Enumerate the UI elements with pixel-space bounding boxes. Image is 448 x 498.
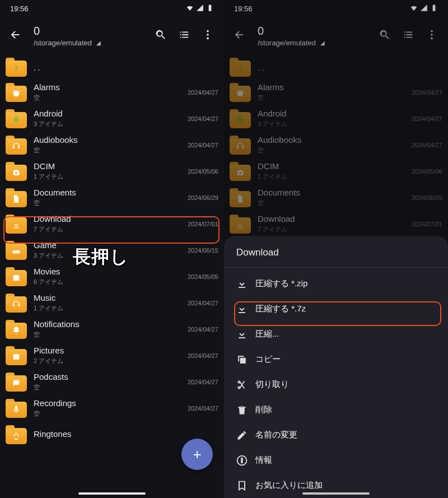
folder-date: 2024/04/27 [183, 142, 218, 148]
download-arrow-icon [236, 304, 255, 315]
menu-item[interactable]: 圧縮する *.7z [224, 296, 448, 322]
folder-name: Notifications [34, 319, 183, 329]
menu-item[interactable]: 情報 [224, 448, 448, 473]
folder-row[interactable]: Android 3 アイテム 2024/04/27 [224, 105, 448, 132]
folder-row[interactable]: Documents 空 2024/06/29 [0, 184, 224, 211]
folder-sub: 空 [34, 331, 183, 339]
search-button[interactable] [155, 29, 167, 43]
up-label: .. [34, 63, 218, 72]
folder-row[interactable]: Recordings 空 2024/04/27 [0, 395, 224, 421]
folder-icon [6, 83, 27, 102]
menu-item[interactable]: 圧縮する *.zip [224, 271, 448, 296]
folder-row[interactable]: Alarms 空 2024/04/27 [224, 79, 448, 105]
folder-row[interactable]: Podcasts 空 2024/04/27 [0, 369, 224, 395]
folder-name: Podcasts [34, 372, 183, 381]
page-path: /storage/emulated [258, 39, 316, 47]
folder-date: 2024/04/27 [407, 115, 442, 122]
page-title: 0 [258, 25, 379, 38]
menu-label: 削除 [255, 404, 272, 415]
folder-row[interactable]: DCIM 1 アイテム 2024/05/06 [0, 158, 224, 184]
menu-item[interactable]: 切り取り [224, 372, 448, 397]
folder-sub: 2 アイテム [34, 357, 183, 365]
folder-sub: 1 アイテム [34, 173, 183, 181]
title-block[interactable]: 0 /storage/emulated ◢ [26, 25, 155, 47]
svg-point-2 [207, 38, 209, 40]
android-icon [12, 115, 21, 124]
nav-pill[interactable] [302, 492, 370, 495]
folder-sub: 空 [258, 199, 407, 207]
up-row[interactable]: ↑.. [0, 55, 224, 79]
nav-pill[interactable] [78, 492, 146, 495]
ring-icon [12, 431, 21, 440]
back-button[interactable] [233, 29, 250, 43]
statusbar: 19:56 [224, 0, 448, 17]
menu-item[interactable]: コピー [224, 347, 448, 372]
folder-sub: 1 アイテム [258, 173, 407, 181]
folder-row[interactable]: Documents 空 2024/06/29 [224, 184, 448, 211]
folder-sub: 空 [258, 94, 407, 102]
title-block[interactable]: 0 /storage/emulated ◢ [250, 25, 379, 47]
back-button[interactable] [9, 29, 26, 43]
svg-point-1 [207, 34, 209, 36]
alarm-icon [12, 89, 21, 98]
topbar: 0 /storage/emulated ◢ [224, 17, 448, 54]
fab-add-button[interactable]: + [181, 439, 213, 470]
alarm-icon [236, 89, 245, 98]
menu-item[interactable]: 削除 [224, 397, 448, 422]
folder-row[interactable]: Pictures 2 アイテム 2024/04/27 [0, 342, 224, 369]
svg-point-0 [207, 30, 209, 32]
download-arrow-icon [236, 329, 255, 340]
up-row[interactable]: ↑.. [224, 55, 448, 79]
statusbar-time: 19:56 [10, 4, 29, 13]
bookmark-icon [236, 480, 255, 491]
folder-row[interactable]: Android 3 アイテム 2024/04/27 [0, 105, 224, 132]
folder-row[interactable]: Audiobooks 空 2024/04/27 [0, 132, 224, 158]
folder-icon [6, 267, 27, 286]
folder-row[interactable]: Download 7 アイテム 2024/07/01 [224, 211, 448, 237]
page-path: /storage/emulated [34, 39, 92, 47]
chat-icon [12, 379, 21, 388]
download-arrow-icon [236, 278, 255, 290]
folder-sub: 空 [34, 94, 183, 102]
folder-date: 2024/06/29 [407, 194, 442, 201]
folder-name: Android [34, 109, 183, 118]
folder-row[interactable]: DCIM 1 アイテム 2024/05/06 [224, 158, 448, 184]
signal-icon [420, 4, 428, 13]
folder-row[interactable]: Music 1 アイテム 2024/04/27 [0, 290, 224, 316]
folder-date: 2024/04/27 [407, 142, 442, 148]
folder-row[interactable]: Alarms 空 2024/04/27 [0, 79, 224, 105]
folder-date: 2024/04/27 [183, 405, 218, 412]
mic-icon [12, 405, 21, 414]
status-icons [186, 4, 214, 13]
folder-icon [230, 215, 251, 234]
headphones-icon [12, 142, 21, 151]
folder-icon [6, 241, 27, 260]
sheet-divider [224, 267, 448, 268]
folder-date: 2024/05/06 [407, 168, 442, 175]
folder-icon [6, 399, 27, 418]
folder-icon [6, 320, 27, 339]
menu-item[interactable]: 圧縮... [224, 322, 448, 347]
folder-row[interactable]: Audiobooks 空 2024/04/27 [224, 132, 448, 158]
folder-name: Pictures [34, 346, 183, 355]
signal-icon [196, 4, 204, 13]
picture-icon [12, 352, 21, 361]
folder-sub: 3 アイテム [34, 120, 183, 128]
svg-point-3 [431, 30, 433, 32]
view-button[interactable] [402, 29, 414, 43]
overflow-button[interactable] [202, 29, 214, 43]
folder-name: Download [258, 214, 407, 224]
overflow-button[interactable] [426, 29, 438, 43]
folder-row[interactable]: Download 7 アイテム 2024/07/01 [0, 211, 224, 237]
search-button[interactable] [379, 29, 391, 43]
folder-date: 2024/04/27 [183, 89, 218, 96]
folder-row[interactable]: Notifications 空 2024/04/27 [0, 316, 224, 342]
folder-icon [6, 346, 27, 365]
menu-label: コピー [255, 354, 281, 365]
path-dropdown-icon: ◢ [96, 40, 101, 46]
headphones-icon [236, 142, 245, 151]
folder-sub: 6 アイテム [34, 278, 183, 286]
folder-icon [6, 109, 27, 128]
view-button[interactable] [178, 29, 190, 43]
menu-item[interactable]: 名前の変更 [224, 422, 448, 448]
